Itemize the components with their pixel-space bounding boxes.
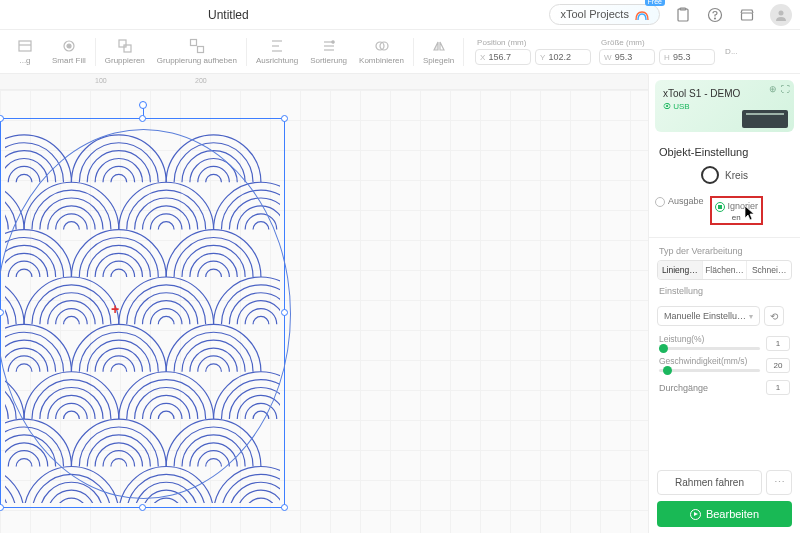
resize-handle-s[interactable] — [139, 504, 146, 511]
size-header: Größe (mm) — [599, 38, 715, 47]
power-slider[interactable] — [659, 347, 760, 350]
target-icon[interactable]: ⊕ — [769, 84, 777, 94]
svg-rect-10 — [119, 40, 126, 47]
resize-handle-e[interactable] — [281, 309, 288, 316]
setting-dropdown[interactable]: Manuelle Einstellu…▾ — [657, 306, 760, 326]
more-button[interactable]: ⋯ — [766, 470, 792, 495]
resize-handle-nw[interactable] — [0, 115, 4, 122]
reset-button[interactable]: ⟲ — [764, 306, 784, 326]
tool-unknown[interactable]: ...g — [4, 36, 46, 67]
canvas-area[interactable]: 100 200 — [0, 74, 648, 533]
free-badge: Free — [645, 0, 665, 6]
passes-label: Durchgänge — [659, 383, 708, 393]
svg-point-5 — [779, 10, 784, 15]
user-avatar[interactable] — [770, 4, 792, 26]
ignore-highlight-box: Ignorier en — [710, 196, 764, 225]
resize-handle-n[interactable] — [139, 115, 146, 122]
xtool-projects-button[interactable]: xTool Projects Free — [549, 4, 660, 25]
svg-rect-0 — [678, 9, 688, 21]
tool-ungroup[interactable]: Gruppierung aufheben — [151, 36, 243, 67]
device-card[interactable]: ⊕⛶ xTool S1 - DEMO USB — [655, 80, 794, 132]
ignore-radio[interactable]: Ignorier — [715, 201, 759, 212]
circle-shape[interactable] — [0, 129, 291, 499]
svg-point-9 — [67, 44, 71, 48]
seg-line-engrave[interactable]: Linieng… — [658, 261, 703, 279]
output-radio[interactable]: Ausgabe — [655, 196, 704, 207]
passes-value[interactable]: 1 — [766, 380, 790, 395]
tool-group[interactable]: Gruppieren — [99, 36, 151, 67]
speed-slider[interactable] — [659, 369, 760, 372]
shape-name: Kreis — [725, 170, 748, 181]
store-icon[interactable] — [738, 6, 756, 24]
seg-area-engrave[interactable]: Flächen… — [703, 261, 748, 279]
help-icon[interactable] — [706, 6, 724, 24]
svg-point-3 — [715, 18, 716, 19]
process-button[interactable]: Bearbeiten — [657, 501, 792, 527]
power-value[interactable]: 1 — [766, 336, 790, 351]
position-x-input[interactable]: X156.7 — [475, 49, 531, 65]
processing-type-segments[interactable]: Linieng… Flächen… Schnei… — [657, 260, 792, 280]
frame-button[interactable]: Rahmen fahren — [657, 470, 762, 495]
setting-label: Einstellung — [649, 280, 800, 300]
expand-icon[interactable]: ⛶ — [781, 84, 790, 94]
ruler-horizontal: 100 200 — [0, 74, 648, 90]
svg-rect-11 — [124, 45, 131, 52]
speed-value[interactable]: 20 — [766, 358, 790, 373]
projects-label: xTool Projects — [560, 8, 628, 20]
position-header: Position (mm) — [475, 38, 591, 47]
play-icon — [690, 509, 701, 520]
selection-bounds[interactable]: + — [0, 118, 285, 508]
center-crosshair-icon: + — [111, 301, 119, 317]
properties-sidebar: ⊕⛶ xTool S1 - DEMO USB Objekt-Einstellun… — [648, 74, 800, 533]
shape-circle-icon — [701, 166, 719, 184]
resize-handle-ne[interactable] — [281, 115, 288, 122]
tool-mirror[interactable]: Spiegeln — [417, 36, 460, 67]
resize-handle-sw[interactable] — [0, 504, 4, 511]
svg-point-20 — [331, 41, 333, 43]
rotation-header: D... — [723, 47, 737, 56]
document-title: Untitled — [208, 8, 249, 22]
tool-smart-fill[interactable]: Smart Fill — [46, 36, 92, 67]
device-image — [742, 110, 788, 128]
svg-rect-4 — [742, 13, 753, 20]
position-y-input[interactable]: Y102.2 — [535, 49, 591, 65]
tool-combine[interactable]: Kombinieren — [353, 36, 410, 67]
seg-cut[interactable]: Schnei… — [747, 261, 791, 279]
resize-handle-se[interactable] — [281, 504, 288, 511]
object-settings-title: Objekt-Einstellung — [649, 138, 800, 162]
svg-rect-13 — [197, 47, 203, 53]
chevron-down-icon: ▾ — [749, 312, 753, 321]
svg-rect-12 — [190, 40, 196, 46]
tool-sort[interactable]: Sortierung — [304, 36, 353, 67]
size-h-input[interactable]: H95.3 — [659, 49, 715, 65]
clipboard-icon[interactable] — [674, 6, 692, 24]
size-w-input[interactable]: W95.3 — [599, 49, 655, 65]
svg-rect-6 — [19, 41, 31, 51]
processing-type-label: Typ der Verarbeitung — [649, 240, 800, 260]
device-name: xTool S1 - DEMO — [663, 88, 786, 99]
rotate-handle[interactable] — [139, 101, 147, 109]
tool-align[interactable]: Ausrichtung — [250, 36, 304, 67]
